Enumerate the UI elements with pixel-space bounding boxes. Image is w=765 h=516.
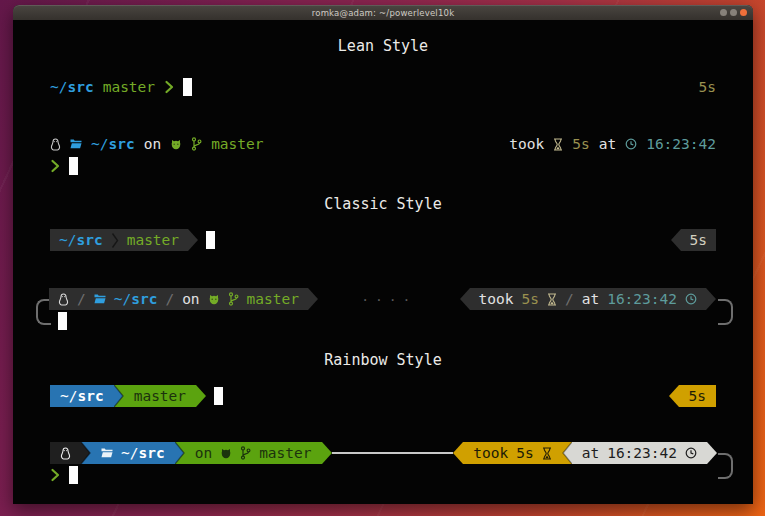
dir-segment: ~/src bbox=[50, 385, 114, 407]
window-buttons bbox=[720, 9, 747, 16]
dir-segment: ~/src master bbox=[50, 229, 188, 251]
powerline-arrow-icon bbox=[671, 229, 681, 251]
prompt-chevron-icon bbox=[164, 80, 174, 94]
lean-oneline-prompt: ~/src master 5s bbox=[50, 76, 716, 98]
text-cursor bbox=[206, 231, 215, 249]
git-branch: master bbox=[247, 291, 299, 307]
powerline-arrow-icon bbox=[669, 385, 679, 407]
dir-prefix: ~/ bbox=[121, 445, 138, 461]
git-branch-icon bbox=[228, 292, 239, 306]
text-cursor bbox=[69, 157, 78, 175]
left-segment-bar: / ~/src / on master bbox=[49, 288, 308, 310]
clock-icon bbox=[625, 138, 637, 150]
powerline-arrow-icon bbox=[188, 229, 198, 251]
powerline-separator-icon bbox=[175, 442, 185, 464]
at-word: at bbox=[582, 445, 599, 461]
git-branch: master bbox=[103, 79, 155, 95]
window-title: romka@adam: ~/powerlevel10k bbox=[312, 8, 455, 18]
dir-name: src bbox=[77, 388, 103, 404]
at-word: at bbox=[599, 136, 616, 152]
segment-separator: / bbox=[165, 291, 174, 307]
section-heading-classic: Classic Style bbox=[13, 195, 753, 213]
took-word: took bbox=[509, 136, 544, 152]
dir-name: src bbox=[131, 291, 157, 307]
powerline-arrow-icon bbox=[706, 288, 716, 310]
terminal-window: romka@adam: ~/powerlevel10k Lean Style ~… bbox=[13, 5, 753, 504]
classic-oneline-prompt: ~/src master 5s bbox=[50, 229, 716, 251]
os-segment bbox=[50, 442, 81, 464]
segment-separator: / bbox=[565, 291, 574, 307]
section-heading-rainbow: Rainbow Style bbox=[13, 351, 753, 369]
dir-prefix: ~/ bbox=[59, 232, 76, 248]
git-branch: master bbox=[211, 136, 263, 152]
dir-prefix: ~/ bbox=[114, 291, 131, 307]
minimize-button[interactable] bbox=[720, 9, 727, 16]
on-word: on bbox=[182, 291, 199, 307]
octocat-icon bbox=[170, 139, 182, 150]
clock-icon bbox=[685, 293, 697, 305]
octocat-icon bbox=[220, 448, 232, 459]
directory-path: ~/src bbox=[50, 79, 94, 95]
close-button[interactable] bbox=[740, 9, 747, 16]
rainbow-twoline-prompt: ~/src on master bbox=[50, 442, 733, 486]
prompt-frame-right bbox=[718, 453, 733, 479]
powerline-arrow-icon bbox=[460, 288, 470, 310]
powerline-separator-icon bbox=[562, 442, 572, 464]
prompt-chevron-icon bbox=[50, 159, 60, 173]
desktop-wallpaper: romka@adam: ~/powerlevel10k Lean Style ~… bbox=[0, 0, 765, 516]
folder-icon bbox=[101, 448, 113, 458]
dir-prefix: ~/ bbox=[91, 136, 108, 152]
text-cursor bbox=[214, 387, 223, 405]
powerline-arrow-icon bbox=[196, 385, 206, 407]
terminal-body[interactable]: Lean Style ~/src master 5s bbox=[13, 20, 753, 504]
titlebar[interactable]: romka@adam: ~/powerlevel10k bbox=[13, 5, 753, 20]
lean-twoline-prompt: ~/src on master took 5s at bbox=[50, 133, 716, 177]
command-duration: 5s bbox=[699, 79, 716, 95]
folder-icon bbox=[94, 294, 106, 304]
text-cursor bbox=[58, 312, 67, 330]
rainbow-oneline-prompt: ~/src master 5s bbox=[50, 385, 716, 407]
dir-prefix: ~/ bbox=[60, 388, 77, 404]
dir-segment: ~/src bbox=[91, 442, 175, 464]
os-icon bbox=[58, 293, 69, 306]
on-word: on bbox=[195, 445, 212, 461]
took-word: took bbox=[473, 445, 508, 461]
dir-name: src bbox=[76, 232, 102, 248]
command-duration: 5s bbox=[516, 445, 533, 461]
text-cursor bbox=[69, 466, 78, 484]
git-branch: master bbox=[259, 445, 311, 461]
dir-prefix: ~/ bbox=[50, 79, 67, 95]
prompt-connector-line bbox=[332, 452, 454, 454]
powerline-arrow-icon bbox=[453, 442, 463, 464]
os-icon bbox=[60, 447, 71, 460]
current-time: 16:23:42 bbox=[607, 291, 677, 307]
time-segment: at 16:23:42 bbox=[572, 442, 707, 464]
directory-path: ~/src bbox=[121, 445, 165, 461]
powerline-arrow-icon bbox=[707, 442, 717, 464]
dir-name: src bbox=[138, 445, 164, 461]
directory-path: ~/src bbox=[91, 136, 135, 152]
separator-chevron-icon bbox=[111, 232, 119, 249]
section-heading-lean: Lean Style bbox=[13, 37, 753, 55]
prompt-filler-dots: ···· bbox=[318, 292, 460, 307]
git-segment: on master bbox=[185, 442, 322, 464]
current-time: 16:23:42 bbox=[646, 136, 716, 152]
powerline-separator-icon bbox=[81, 442, 91, 464]
duration-segment: took 5s bbox=[463, 442, 561, 464]
dir-name: src bbox=[67, 79, 93, 95]
segment-separator: / bbox=[77, 291, 86, 307]
directory-path: ~/src bbox=[59, 232, 103, 248]
right-segment-bar: took 5s / at 16:23:42 bbox=[470, 288, 706, 310]
prompt-chevron-icon bbox=[50, 468, 60, 482]
prompt-frame-right bbox=[718, 299, 733, 325]
git-branch-icon bbox=[240, 446, 251, 460]
os-icon bbox=[50, 138, 61, 151]
maximize-button[interactable] bbox=[730, 9, 737, 16]
command-duration: 5s bbox=[572, 136, 589, 152]
classic-twoline-prompt: / ~/src / on master bbox=[36, 288, 733, 332]
hourglass-icon bbox=[553, 138, 563, 151]
hourglass-icon bbox=[547, 293, 557, 306]
octocat-icon bbox=[208, 294, 220, 305]
git-branch: master bbox=[127, 232, 179, 248]
directory-path: ~/src bbox=[60, 388, 104, 404]
